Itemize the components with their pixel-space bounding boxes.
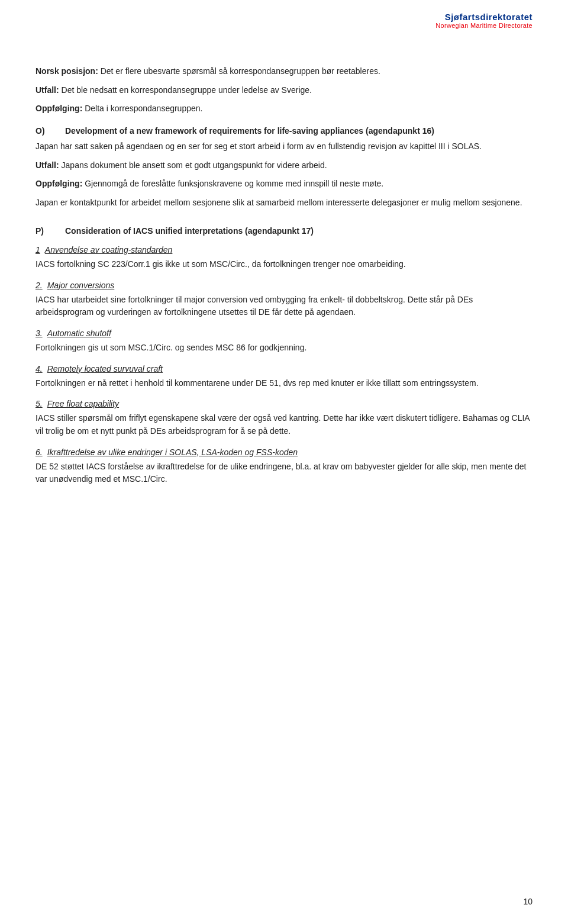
item3-label: Automatic shutoff <box>47 329 111 338</box>
oppfolging1-paragraph: Oppfølging: Delta i korrespondansegruppe… <box>36 102 532 115</box>
item3-number: 3. <box>36 329 43 338</box>
item3-body: Fortolkningen gis ut som MSC.1/Circ. og … <box>36 342 532 355</box>
logo-subtitle: Norwegian Maritime Directorate <box>435 22 532 29</box>
item4-body: Fortolkningen er nå rettet i henhold til… <box>36 377 532 390</box>
item6-body: DE 52 støttet IACS forståelse av ikraftt… <box>36 461 532 486</box>
norsk-posisjon-text: Det er flere ubesvarte spørsmål så korre… <box>101 66 380 76</box>
item4-label: Remotely located survuval craft <box>47 364 163 374</box>
item3-heading-row: 3. Automatic shutoff <box>36 329 532 338</box>
item2-heading-row: 2. Major conversions <box>36 281 532 290</box>
item2-label: Major conversions <box>47 281 115 290</box>
oppfolging2-label: Oppfølging: <box>36 179 82 188</box>
section-p-heading: P) Consideration of IACS unified interpr… <box>36 226 532 236</box>
section-p-letter: P) <box>36 226 53 236</box>
item6-number: 6. <box>36 447 43 457</box>
logo-title: Sjøfartsdirektoratet <box>435 12 532 22</box>
page-number: 10 <box>523 897 532 906</box>
section-o-title: Development of a new framework of requir… <box>65 126 434 136</box>
utfall1-label: Utfall: <box>36 85 59 95</box>
norsk-posisjon-paragraph: Norsk posisjon: Det er flere ubesvarte s… <box>36 65 532 78</box>
item1-body: IACS fortolkning SC 223/Corr.1 gis ikke … <box>36 258 532 271</box>
item5-number: 5. <box>36 399 43 408</box>
section-o: O) Development of a new framework of req… <box>36 126 532 136</box>
item6-label: Ikrafttredelse av ulike endringer i SOLA… <box>47 447 298 457</box>
oppfolging1-label: Oppfølging: <box>36 104 82 113</box>
item1-number: 1 <box>36 245 40 255</box>
item2-body: IACS har utarbeidet sine fortolkninger t… <box>36 294 532 319</box>
item1-heading-row: 1 Anvendelse av coating-standarden <box>36 245 532 255</box>
item5-label: Free float capability <box>47 399 119 408</box>
section-o-letter: O) <box>36 126 53 136</box>
oppfolging1-text: Delta i korrespondansegruppen. <box>85 104 202 113</box>
utfall1-paragraph: Utfall: Det ble nedsatt en korrespondans… <box>36 84 532 97</box>
section-p-title: Consideration of IACS unified interpreta… <box>65 226 314 236</box>
item1-label: Anvendelse av coating-standarden <box>45 245 173 255</box>
item4-heading-row: 4. Remotely located survuval craft <box>36 364 532 374</box>
item5-heading-row: 5. Free float capability <box>36 399 532 408</box>
main-content: Norsk posisjon: Det er flere ubesvarte s… <box>36 65 532 486</box>
utfall2-text: Japans dokument ble ansett som et godt u… <box>62 160 327 170</box>
section-o-body: Japan har satt saken på agendaen og en s… <box>36 140 532 153</box>
item2-number: 2. <box>36 281 43 290</box>
item5-body: IACS stiller spørsmål om friflyt egenska… <box>36 412 532 437</box>
item6-heading-row: 6. Ikrafttredelse av ulike endringer i S… <box>36 447 532 457</box>
item4-number: 4. <box>36 364 43 374</box>
page-container: Sjøfartsdirektoratet Norwegian Maritime … <box>0 0 568 924</box>
japan-text: Japan er kontaktpunkt for arbeidet mello… <box>36 197 532 210</box>
utfall1-text: Det ble nedsatt en korrespondansegruppe … <box>62 85 312 95</box>
header-logo: Sjøfartsdirektoratet Norwegian Maritime … <box>435 12 532 29</box>
utfall2-label: Utfall: <box>36 160 59 170</box>
oppfolging2-paragraph: Oppfølging: Gjennomgå de foreslåtte funk… <box>36 178 532 191</box>
utfall2-paragraph: Utfall: Japans dokument ble ansett som e… <box>36 159 532 172</box>
oppfolging2-text: Gjennomgå de foreslåtte funksjonskravene… <box>85 179 383 188</box>
norsk-posisjon-label: Norsk posisjon: <box>36 66 98 76</box>
